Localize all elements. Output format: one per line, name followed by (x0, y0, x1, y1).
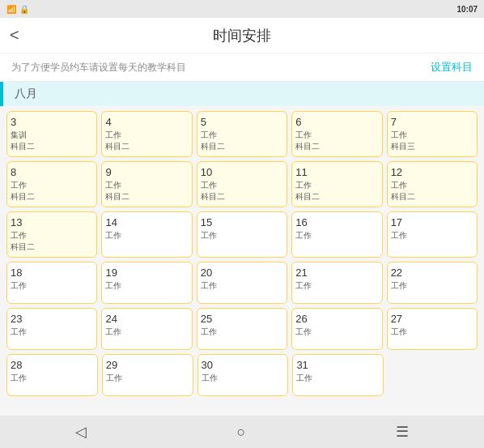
day-cell-5[interactable]: 5工作科目二 (197, 111, 287, 157)
calendar-row-3: 18工作19工作20工作21工作22工作 (6, 262, 478, 304)
day-cell-empty (388, 354, 478, 396)
sub-header-text: 为了方便学员约车请设置每天的教学科目 (11, 61, 186, 75)
day-cell-11[interactable]: 11工作科目二 (291, 161, 382, 207)
nav-menu-button[interactable]: ☰ (396, 423, 409, 441)
nav-back-button[interactable]: ◁ (75, 423, 87, 441)
day-cell-21[interactable]: 21工作 (291, 262, 382, 304)
day-cell-19[interactable]: 19工作 (101, 262, 192, 304)
day-cell-4[interactable]: 4工作科目二 (101, 111, 192, 157)
day-tag: 科目二 (295, 191, 320, 203)
day-tag: 工作 (105, 326, 121, 338)
day-cell-22[interactable]: 22工作 (387, 262, 478, 304)
day-tag: 科目二 (391, 191, 415, 203)
set-subject-button[interactable]: 设置科目 (431, 60, 473, 75)
day-number-22: 22 (391, 267, 402, 279)
day-tag: 工作 (391, 326, 407, 338)
day-number-23: 23 (11, 313, 22, 325)
day-cell-12[interactable]: 12工作科目二 (387, 161, 478, 207)
day-cell-30[interactable]: 30工作 (197, 354, 289, 396)
day-cell-18[interactable]: 18工作 (6, 262, 97, 304)
status-bar: 📶 🔒 10:07 (0, 0, 484, 18)
day-cell-27[interactable]: 27工作 (387, 308, 478, 350)
calendar-row-5: 28工作29工作30工作31工作 (6, 354, 478, 396)
day-cell-15[interactable]: 15工作 (197, 211, 287, 258)
calendar-row-1: 8工作科目二9工作科目二10工作科目二11工作科目二12工作科目二 (6, 161, 478, 207)
day-tag: 科目二 (201, 191, 225, 203)
day-number-20: 20 (201, 267, 212, 279)
time-display: 10:07 (456, 5, 478, 14)
day-cell-16[interactable]: 16工作 (291, 211, 382, 258)
day-cell-20[interactable]: 20工作 (197, 262, 287, 304)
back-button[interactable]: < (10, 26, 19, 45)
day-tag: 工作 (11, 230, 27, 241)
day-cell-14[interactable]: 14工作 (101, 211, 192, 258)
day-number-6: 6 (295, 116, 301, 128)
day-cell-23[interactable]: 23工作 (6, 308, 97, 350)
day-cell-26[interactable]: 26工作 (291, 308, 382, 350)
day-number-28: 28 (11, 359, 22, 371)
day-tag: 科目二 (11, 141, 35, 152)
calendar-row-4: 23工作24工作25工作26工作27工作 (6, 308, 478, 350)
day-cell-6[interactable]: 6工作科目二 (291, 111, 382, 157)
day-cell-3[interactable]: 3集训科目二 (6, 111, 97, 157)
day-number-30: 30 (202, 359, 213, 371)
day-number-21: 21 (295, 267, 307, 279)
nav-home-button[interactable]: ○ (237, 424, 246, 441)
day-number-11: 11 (295, 166, 307, 178)
day-tag: 工作 (11, 326, 27, 338)
day-tag: 工作 (295, 326, 312, 338)
day-cell-25[interactable]: 25工作 (197, 308, 287, 350)
calendar-row-0: 3集训科目二4工作科目二5工作科目二6工作科目二7工作科目三 (6, 111, 478, 157)
sub-header: 为了方便学员约车请设置每天的教学科目 设置科目 (0, 53, 484, 82)
day-cell-10[interactable]: 10工作科目二 (197, 161, 287, 207)
day-number-4: 4 (105, 116, 111, 128)
day-tag: 工作 (201, 130, 217, 141)
day-tag: 工作 (202, 373, 218, 384)
day-tag: 工作 (105, 280, 121, 292)
header: < 时间安排 (0, 18, 484, 53)
signal-icon: 📶 (6, 5, 16, 14)
day-tag: 工作 (391, 280, 407, 292)
day-number-9: 9 (105, 166, 111, 178)
day-cell-9[interactable]: 9工作科目二 (101, 161, 192, 207)
day-cell-29[interactable]: 29工作 (102, 354, 193, 396)
day-tag: 工作 (105, 180, 121, 191)
day-tag: 科目三 (391, 141, 415, 152)
day-cell-8[interactable]: 8工作科目二 (6, 161, 97, 207)
day-tag: 科目二 (105, 191, 129, 203)
calendar: 3集训科目二4工作科目二5工作科目二6工作科目二7工作科目三8工作科目二9工作科… (0, 106, 484, 405)
day-tag: 工作 (201, 230, 217, 241)
day-cell-31[interactable]: 31工作 (292, 354, 384, 396)
day-tag: 工作 (391, 130, 407, 141)
month-label: 八月 (0, 82, 484, 106)
day-tag: 工作 (105, 130, 121, 141)
day-tag: 工作 (201, 180, 217, 191)
day-number-3: 3 (11, 116, 16, 128)
day-tag: 工作 (391, 230, 407, 241)
day-cell-28[interactable]: 28工作 (6, 354, 98, 396)
day-number-17: 17 (391, 216, 402, 228)
day-tag: 工作 (296, 373, 312, 384)
day-number-12: 12 (391, 166, 402, 178)
day-number-15: 15 (201, 216, 212, 228)
day-cell-24[interactable]: 24工作 (101, 308, 192, 350)
day-cell-17[interactable]: 17工作 (387, 211, 478, 258)
day-tag: 科目二 (295, 141, 320, 152)
day-tag: 科目二 (201, 141, 225, 152)
day-number-26: 26 (295, 313, 307, 325)
status-right: 10:07 (456, 5, 478, 14)
bottom-nav: ◁ ○ ☰ (0, 416, 484, 448)
day-tag: 集训 (11, 130, 27, 141)
day-tag: 工作 (11, 373, 27, 384)
day-cell-13[interactable]: 13工作科目二 (6, 211, 97, 258)
day-number-16: 16 (295, 216, 307, 228)
day-tag: 工作 (11, 180, 27, 191)
calendar-row-2: 13工作科目二14工作15工作16工作17工作 (6, 211, 478, 258)
day-number-24: 24 (105, 313, 117, 325)
day-number-19: 19 (105, 267, 117, 279)
day-number-14: 14 (105, 216, 117, 228)
day-number-31: 31 (296, 359, 308, 371)
day-cell-7[interactable]: 7工作科目三 (387, 111, 478, 157)
day-number-10: 10 (201, 166, 212, 178)
day-number-13: 13 (11, 216, 22, 228)
